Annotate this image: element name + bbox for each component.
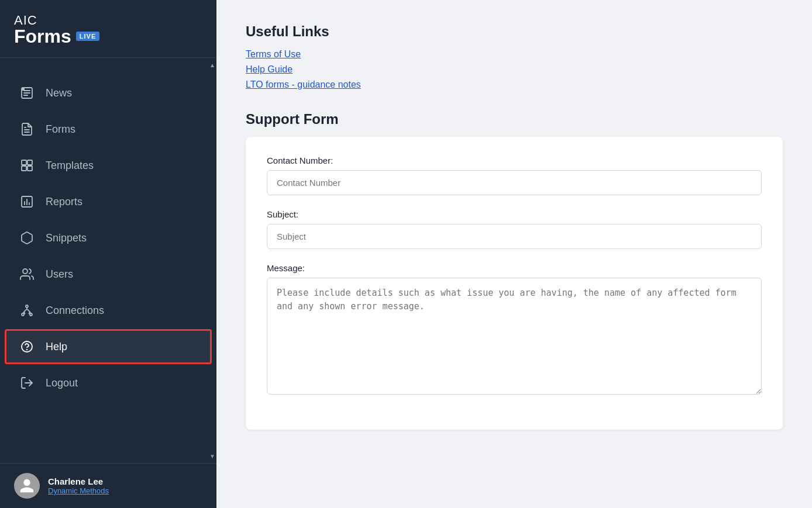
svg-rect-10	[22, 166, 26, 171]
message-textarea[interactable]	[267, 278, 762, 395]
avatar	[14, 473, 40, 499]
logout-icon	[19, 375, 35, 391]
help-guide-link[interactable]: Help Guide	[246, 64, 783, 75]
sidebar: AIC Forms LIVE ▲ News	[0, 0, 216, 508]
contact-number-label: Contact Number:	[267, 155, 762, 165]
snippets-icon	[19, 230, 35, 246]
support-form-container: Contact Number: Subject: Message:	[246, 137, 783, 430]
news-icon	[19, 85, 35, 101]
useful-links-title: Useful Links	[246, 23, 783, 40]
sidebar-item-snippets[interactable]: Snippets	[5, 220, 212, 255]
logo-live-badge: LIVE	[76, 32, 99, 41]
svg-point-22	[22, 341, 32, 352]
sidebar-item-templates[interactable]: Templates	[5, 148, 212, 183]
support-form-title: Support Form	[246, 111, 783, 127]
support-form-section: Support Form Contact Number: Subject: Me…	[246, 111, 783, 430]
scroll-up-arrow[interactable]: ▲	[0, 58, 216, 70]
users-icon	[19, 266, 35, 282]
sidebar-item-connections[interactable]: Connections	[5, 293, 212, 328]
user-info: Charlene Lee Dynamic Methods	[48, 476, 109, 495]
svg-rect-4	[22, 88, 25, 91]
sidebar-item-reports[interactable]: Reports	[5, 184, 212, 219]
main-content: Useful Links Terms of Use Help Guide LTO…	[216, 0, 812, 508]
svg-rect-9	[27, 160, 32, 165]
sidebar-item-forms-label: Forms	[46, 123, 75, 136]
svg-point-16	[23, 269, 27, 274]
sidebar-logo: AIC Forms LIVE	[0, 0, 216, 58]
connections-icon	[19, 302, 35, 319]
user-org[interactable]: Dynamic Methods	[48, 486, 109, 495]
sidebar-item-help-label: Help	[46, 341, 67, 353]
sidebar-item-logout-label: Logout	[46, 377, 78, 389]
reports-icon	[19, 193, 35, 210]
help-icon	[19, 338, 35, 355]
forms-icon	[19, 121, 35, 137]
sidebar-item-templates-label: Templates	[46, 160, 94, 172]
logo-aic: AIC	[14, 14, 202, 27]
contact-number-input[interactable]	[267, 170, 762, 195]
message-group: Message:	[267, 263, 762, 397]
sidebar-item-logout[interactable]: Logout	[5, 365, 212, 400]
sidebar-item-help[interactable]: Help	[5, 329, 212, 364]
user-profile: Charlene Lee Dynamic Methods	[0, 463, 216, 508]
sidebar-item-connections-label: Connections	[46, 305, 104, 317]
scroll-down-arrow[interactable]: ▼	[0, 451, 216, 463]
templates-icon	[19, 157, 35, 174]
terms-of-use-link[interactable]: Terms of Use	[246, 49, 783, 60]
message-label: Message:	[267, 263, 762, 273]
svg-rect-11	[27, 166, 32, 171]
sidebar-item-users[interactable]: Users	[5, 257, 212, 292]
logo-forms: Forms	[14, 27, 71, 46]
subject-input[interactable]	[267, 224, 762, 249]
sidebar-item-users-label: Users	[46, 268, 73, 281]
useful-links-section: Useful Links Terms of Use Help Guide LTO…	[246, 23, 783, 90]
contact-number-group: Contact Number:	[267, 155, 762, 195]
subject-label: Subject:	[267, 209, 762, 219]
sidebar-item-news[interactable]: News	[5, 75, 212, 110]
user-name: Charlene Lee	[48, 476, 109, 486]
sidebar-item-reports-label: Reports	[46, 196, 82, 208]
svg-point-18	[22, 313, 24, 316]
sidebar-item-news-label: News	[46, 87, 72, 99]
svg-rect-8	[22, 160, 26, 165]
subject-group: Subject:	[267, 209, 762, 249]
sidebar-item-forms[interactable]: Forms	[5, 112, 212, 147]
sidebar-nav: News Forms	[0, 70, 216, 451]
sidebar-item-snippets-label: Snippets	[46, 232, 87, 244]
svg-point-19	[30, 313, 32, 316]
lto-forms-link[interactable]: LTO forms - guidance notes	[246, 80, 783, 90]
